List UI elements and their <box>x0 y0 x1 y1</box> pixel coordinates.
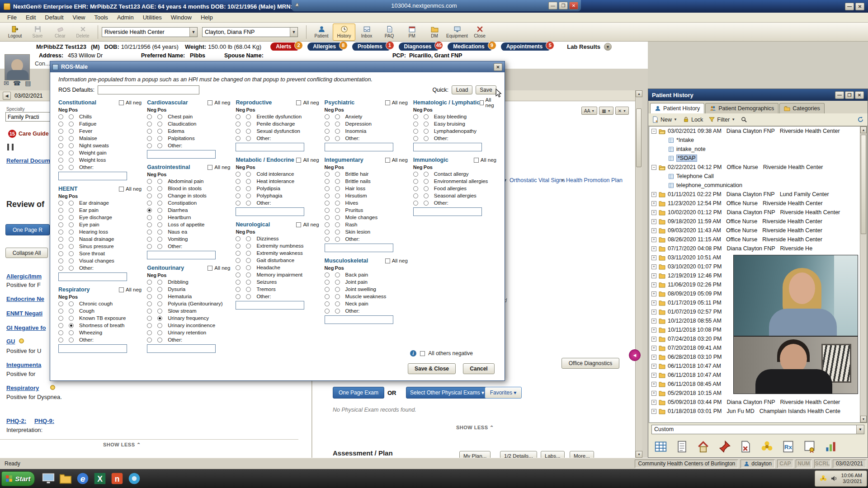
all-neg-checkbox[interactable] <box>208 266 212 271</box>
expand-icon[interactable]: + <box>651 373 656 378</box>
pos-radio[interactable] <box>69 258 74 263</box>
appointments-badge[interactable]: Appointments5 <box>501 42 551 51</box>
neg-radio[interactable] <box>58 330 63 335</box>
menu-help[interactable]: Help <box>196 13 217 22</box>
favorites-button[interactable]: Favorites ▾ <box>485 387 522 399</box>
phq9-link[interactable]: PHQ-9: <box>34 418 54 424</box>
pos-radio[interactable] <box>246 272 251 277</box>
pos-radio[interactable] <box>69 251 74 256</box>
pos-radio[interactable] <box>424 193 429 198</box>
neg-radio[interactable] <box>325 215 330 220</box>
pos-radio[interactable] <box>335 280 340 285</box>
pos-radio[interactable] <box>69 208 74 213</box>
neg-radio[interactable] <box>236 272 241 277</box>
center-scrollbar[interactable]: ▲ ▼ <box>635 90 642 458</box>
pos-radio[interactable] <box>335 193 340 198</box>
rx-icon[interactable]: Rx <box>782 441 794 453</box>
pos-radio[interactable] <box>246 186 251 191</box>
other-input[interactable] <box>58 272 127 281</box>
neg-radio[interactable] <box>147 129 152 134</box>
dm-button[interactable]: DM <box>423 23 446 41</box>
history-entry[interactable]: +01/18/2018 03:01 PMJun Fu MDChamplain I… <box>649 407 867 416</box>
chart-icon[interactable] <box>825 441 837 453</box>
folder-icon[interactable] <box>59 472 72 485</box>
pos-radio[interactable] <box>157 114 162 119</box>
prev-encounter-icon[interactable]: ◀ <box>3 92 11 100</box>
all-neg-checkbox[interactable] <box>296 100 301 105</box>
neg-radio[interactable] <box>58 136 63 141</box>
pos-radio[interactable] <box>157 309 162 314</box>
pos-radio[interactable] <box>335 129 340 134</box>
neg-radio[interactable] <box>413 172 418 177</box>
pos-radio[interactable] <box>69 338 74 343</box>
neg-radio[interactable] <box>147 244 152 249</box>
neg-radio[interactable] <box>413 122 418 127</box>
pos-radio[interactable] <box>246 251 251 256</box>
phq2-link[interactable]: PHQ-2: <box>6 418 26 424</box>
chevron-down-icon[interactable]: ▼ <box>856 425 864 434</box>
scroll-up-icon[interactable]: ▲ <box>636 90 642 97</box>
neg-radio[interactable] <box>58 215 63 220</box>
neg-radio[interactable] <box>325 186 330 191</box>
office-diagnostics-button[interactable]: Office Diagnostics <box>561 358 619 369</box>
neg-radio[interactable] <box>147 330 152 335</box>
lab-results-link[interactable]: Lab Results <box>567 43 600 50</box>
ros-section-link-endocrine-ne[interactable]: Endocrine Ne <box>6 296 44 302</box>
history-close-button[interactable]: ✕ <box>855 91 864 99</box>
neg-radio[interactable] <box>147 208 152 213</box>
ros-section-link-gi-negative-fo[interactable]: GI Negative fo <box>6 324 46 331</box>
history-entry[interactable]: −02/22/2021 04:12 PMOffice NurseRiversid… <box>649 163 867 172</box>
collapse-icon[interactable]: − <box>651 129 656 134</box>
expand-icon[interactable]: + <box>651 310 656 314</box>
pos-radio[interactable] <box>157 222 162 227</box>
pos-radio[interactable] <box>157 338 162 343</box>
neg-radio[interactable] <box>58 338 63 343</box>
pos-radio[interactable] <box>157 136 162 141</box>
neg-radio[interactable] <box>147 201 152 206</box>
history-minimize-button[interactable]: — <box>835 91 844 99</box>
neg-radio[interactable] <box>236 294 241 299</box>
neg-radio[interactable] <box>58 143 63 148</box>
neg-radio[interactable] <box>147 179 152 184</box>
neg-radio[interactable] <box>147 323 152 328</box>
pos-radio[interactable] <box>335 114 340 119</box>
expand-icon[interactable]: + <box>651 391 656 396</box>
menu-utilities[interactable]: Utilities <box>138 13 166 22</box>
other-input[interactable] <box>325 244 393 252</box>
pos-radio[interactable] <box>69 136 74 141</box>
neg-radio[interactable] <box>147 230 152 235</box>
other-input[interactable] <box>325 315 393 324</box>
neg-radio[interactable] <box>58 266 63 271</box>
show-less-toggle[interactable]: SHOW LESS ⌃ <box>456 425 494 431</box>
pos-radio[interactable] <box>246 114 251 119</box>
expand-icon[interactable]: + <box>651 409 656 414</box>
care-guidelines[interactable]: 15Care Guide <box>8 129 49 138</box>
all-neg-checkbox[interactable] <box>119 100 124 105</box>
one-page-review-button[interactable]: One Page R <box>5 224 50 235</box>
expand-icon[interactable]: + <box>651 201 656 206</box>
pos-radio[interactable] <box>157 244 162 249</box>
neg-radio[interactable] <box>413 179 418 184</box>
pos-radio[interactable] <box>335 301 340 306</box>
logout-button[interactable]: Logout <box>4 23 26 41</box>
pos-radio[interactable] <box>246 244 251 249</box>
neg-radio[interactable] <box>58 165 63 170</box>
neg-radio[interactable] <box>236 265 241 270</box>
neg-radio[interactable] <box>58 258 63 263</box>
neg-radio[interactable] <box>58 129 63 134</box>
neg-radio[interactable] <box>147 309 152 314</box>
neg-radio[interactable] <box>236 258 241 263</box>
pos-radio[interactable] <box>69 150 74 155</box>
neg-radio[interactable] <box>58 122 63 127</box>
other-input[interactable] <box>147 251 216 259</box>
close-button[interactable]: Close <box>468 23 491 41</box>
pos-radio[interactable] <box>69 316 74 321</box>
neg-radio[interactable] <box>236 186 241 191</box>
history-entry[interactable]: +10/02/2020 01:12 PMDiana Clayton FNPRiv… <box>649 208 867 217</box>
neg-radio[interactable] <box>325 208 330 213</box>
pos-radio[interactable] <box>157 215 162 220</box>
all-others-checkbox[interactable] <box>420 351 425 356</box>
pos-radio[interactable] <box>335 215 340 220</box>
neg-radio[interactable] <box>58 230 63 235</box>
pos-radio[interactable] <box>69 215 74 220</box>
